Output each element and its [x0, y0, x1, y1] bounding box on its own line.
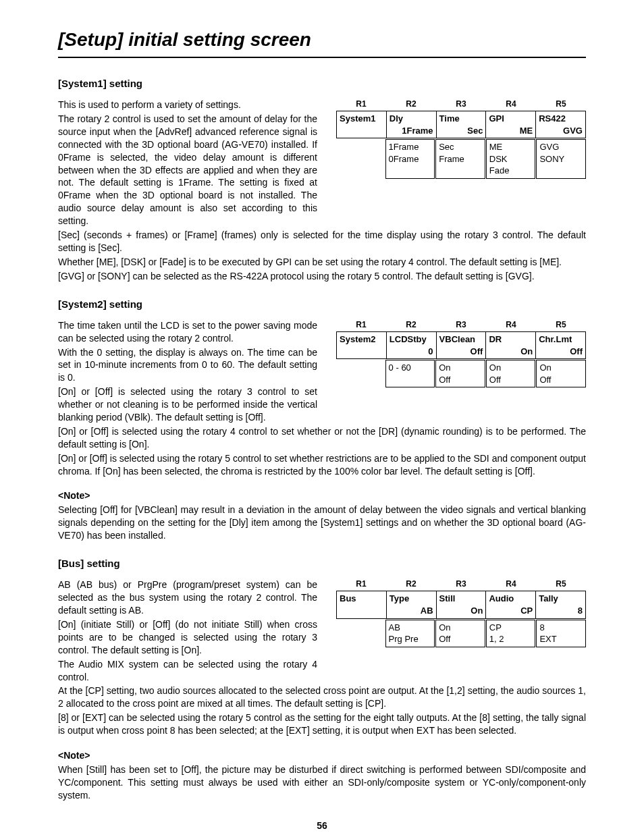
s3-rotary-headers: R1R2R3R4R5: [336, 578, 586, 589]
s2-p3: [On] or [Off] is selected using the rota…: [58, 385, 317, 424]
s3-menu-table: Bus TypeAB StillOn AudioCP Tally8: [336, 591, 586, 618]
s2-opt-c3: OnOff: [435, 360, 485, 387]
s3-menu-c2: TypeAB: [387, 591, 437, 618]
s2-note: Selecting [Off] for [VBClean] may result…: [58, 504, 586, 542]
bus-heading: [Bus] setting: [58, 557, 586, 570]
s3-note: When [Still] has been set to [Off], the …: [58, 763, 586, 802]
rot-r2: R2: [386, 99, 436, 109]
rot-r1: R1: [336, 99, 386, 109]
s3-menu-c3: StillOn: [437, 591, 487, 618]
s1-p1: This is used to perform a variety of set…: [58, 99, 317, 111]
s2-opt-row: 0 - 60 OnOff OnOff OnOff: [336, 360, 586, 387]
s2-note-head: <Note>: [58, 489, 586, 502]
s3-opt-c5: 8EXT: [536, 620, 586, 647]
s1-opt-c3: SecFrame: [435, 139, 485, 179]
s1-p5: [GVG] or [SONY] can be selected as the R…: [58, 270, 586, 283]
page-title: [Setup] initial setting screen: [58, 27, 586, 58]
s3-p1: AB (AB bus) or PrgPre (program/preset sy…: [58, 578, 317, 617]
s1-opt-row: 1Frame0Frame SecFrame MEDSKFade GVGSONY: [336, 139, 586, 179]
rot-r5: R5: [536, 99, 586, 109]
s1-opt-c4: MEDSKFade: [486, 139, 536, 179]
s3-note-head: <Note>: [58, 749, 586, 762]
s1-rotary-headers: R1 R2 R3 R4 R5: [336, 99, 586, 109]
s3-opt-c4: CP1, 2: [486, 620, 536, 647]
s2-menu-c2: LCDStby0: [387, 332, 437, 358]
s1-menu-table: System1 Dly1Frame TimeSec GPIME RS422GVG: [336, 111, 586, 138]
s2-p2: With the 0 setting, the display is alway…: [58, 346, 317, 385]
s1-menu-c4: GPIME: [486, 111, 536, 138]
s1-p2: The rotary 2 control is used to set the …: [58, 113, 317, 227]
s1-opt-c2: 1Frame0Frame: [385, 139, 435, 179]
s1-opt-c1: [336, 139, 385, 179]
s3-p2: [On] (initiate Still) or [Off] (do not i…: [58, 618, 317, 657]
s3-p5: [8] or [EXT] can be selected using the r…: [58, 711, 586, 737]
s1-menu-c5: RS422GVG: [536, 111, 585, 138]
s1-opt-c5: GVGSONY: [536, 139, 586, 179]
s2-menu-c5: Chr.LmtOff: [536, 332, 585, 358]
s1-menu-c2: Dly1Frame: [387, 111, 437, 138]
page-number: 56: [58, 819, 586, 832]
s2-menu-c1: System2: [337, 332, 387, 358]
s3-opt-c2: ABPrg Pre: [385, 620, 435, 647]
s2-rotary-headers: R1R2R3R4R5: [336, 319, 586, 330]
s1-p4: Whether [ME], [DSK] or [Fade] is to be e…: [58, 256, 586, 269]
s2-p5: [On] or [Off] is selected using the rota…: [58, 452, 586, 478]
s1-p3: [Sec] (seconds + frames) or [Frame] (fra…: [58, 229, 586, 254]
s2-opt-c2: 0 - 60: [385, 360, 435, 387]
s2-menu-table: System2 LCDStby0 VBCleanOff DROn Chr.Lmt…: [336, 331, 586, 359]
s3-opt-c3: OnOff: [435, 620, 485, 647]
s3-p3: The Audio MIX system can be selected usi…: [58, 658, 317, 684]
system2-heading: [System2] setting: [58, 298, 586, 311]
system1-heading: [System1] setting: [58, 77, 586, 90]
s1-menu-c1: System1: [337, 111, 387, 138]
s2-menu-c3: VBCleanOff: [437, 332, 487, 358]
s3-menu-c5: Tally8: [536, 591, 585, 618]
s3-menu-c4: AudioCP: [486, 591, 536, 618]
s1-menu-c3: TimeSec: [437, 111, 487, 138]
s2-p1: The time taken until the LCD is set to t…: [58, 319, 317, 345]
s3-opt-row: ABPrg Pre OnOff CP1, 2 8EXT: [336, 620, 586, 647]
rot-r4: R4: [486, 99, 536, 109]
s2-p4: [On] or [Off] is selected using the rota…: [58, 425, 586, 451]
s2-menu-c4: DROn: [486, 332, 536, 358]
s2-opt-c4: OnOff: [486, 360, 536, 387]
s2-opt-c5: OnOff: [536, 360, 586, 387]
rot-r3: R3: [436, 99, 486, 109]
s3-p4: At the [CP] setting, two audio sources a…: [58, 684, 586, 710]
s3-menu-c1: Bus: [337, 591, 387, 618]
